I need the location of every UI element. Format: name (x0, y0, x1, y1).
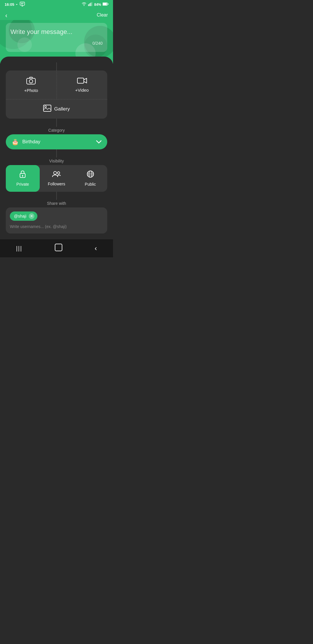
visibility-followers-button[interactable]: Followers (40, 165, 74, 192)
svg-point-19 (57, 172, 60, 174)
tag-username: @shaji (14, 214, 26, 218)
battery-percent: 84% (94, 3, 101, 7)
header: ‹ Clear (0, 9, 113, 20)
svg-point-20 (87, 171, 94, 177)
svg-rect-5 (90, 3, 91, 6)
nav-bar: ||| ‹ (0, 239, 113, 257)
gallery-label: Gallery (54, 106, 70, 112)
video-label: +Video (75, 88, 89, 93)
message-placeholder: Write your message... (10, 28, 103, 36)
birthday-icon: 🎂 (12, 138, 19, 145)
svg-rect-6 (92, 2, 92, 6)
visibility-public-label: Public (85, 182, 96, 187)
status-bar: 16:05 •· 84% (0, 0, 113, 9)
connector-line-2 (56, 119, 57, 127)
nav-menu-button[interactable]: ||| (16, 245, 22, 252)
signal-icon (88, 2, 93, 7)
status-left: 16:05 •· (5, 2, 25, 7)
svg-rect-12 (77, 78, 84, 83)
visibility-followers-label: Followers (48, 182, 65, 186)
chevron-down-icon (96, 139, 101, 145)
dark-section: +Photo +Video Gallery (0, 57, 113, 234)
category-dropdown[interactable]: 🎂 Birthday (6, 134, 107, 149)
battery-icon (103, 2, 108, 7)
lock-icon (19, 170, 26, 180)
gallery-button[interactable]: Gallery (6, 100, 107, 119)
svg-rect-13 (43, 105, 51, 111)
share-input-placeholder[interactable]: Write usernames... (ex. @shaji) (10, 223, 103, 230)
svg-point-18 (54, 171, 57, 174)
share-with-card: @shaji ✕ Write usernames... (ex. @shaji) (6, 207, 107, 234)
svg-rect-8 (103, 3, 107, 5)
connector-line-3 (56, 149, 57, 158)
video-button[interactable]: +Video (57, 70, 108, 99)
globe-icon (87, 170, 94, 180)
status-time: 16:05 (5, 2, 14, 7)
visibility-public-button[interactable]: Public (73, 165, 107, 192)
gallery-icon (43, 105, 51, 113)
followers-icon (52, 171, 61, 179)
svg-point-11 (29, 79, 33, 83)
nav-back-button[interactable]: ‹ (95, 244, 97, 252)
category-value: Birthday (22, 139, 40, 145)
svg-rect-4 (89, 3, 90, 6)
media-top-row: +Photo +Video (6, 70, 107, 100)
photo-button[interactable]: +Photo (6, 70, 57, 99)
visibility-private-button[interactable]: Private (6, 165, 40, 192)
nav-home-button[interactable] (54, 243, 63, 253)
wifi-icon (81, 2, 87, 7)
category-selected: 🎂 Birthday (12, 138, 40, 145)
clear-button[interactable]: Clear (97, 11, 108, 19)
svg-rect-3 (88, 4, 89, 6)
video-camera-icon (77, 77, 87, 85)
svg-rect-0 (20, 2, 25, 6)
chat-icon (20, 2, 25, 7)
share-with-label: Share with (6, 201, 107, 206)
remove-tag-button[interactable]: ✕ (29, 213, 34, 219)
svg-rect-24 (55, 244, 62, 251)
svg-rect-9 (108, 3, 108, 5)
status-right: 84% (81, 2, 108, 7)
back-button[interactable]: ‹ (5, 11, 10, 20)
message-input[interactable]: Write your message... 0/240 (6, 23, 107, 52)
camera-icon (26, 77, 36, 86)
svg-point-21 (89, 171, 92, 177)
visibility-private-label: Private (17, 182, 29, 187)
svg-point-14 (45, 106, 46, 108)
connector-line-4 (56, 192, 57, 200)
notification-dot-icon: •· (16, 3, 18, 6)
char-count: 0/240 (10, 41, 103, 46)
media-card: +Photo +Video Gallery (6, 70, 107, 119)
user-tag-shaji: @shaji ✕ (10, 211, 37, 221)
visibility-label: Visibility (6, 159, 107, 163)
visibility-card: Private Followers (6, 165, 107, 192)
category-label: Category (6, 128, 107, 133)
photo-label: +Photo (24, 88, 38, 93)
connector-line-1 (56, 62, 57, 70)
